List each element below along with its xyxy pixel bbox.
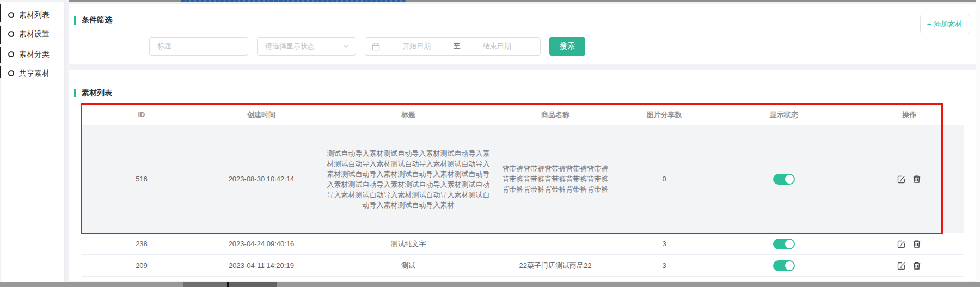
sidebar-item-label: 共享素材 (19, 69, 50, 78)
start-date-placeholder[interactable]: 开始日期 (380, 41, 454, 51)
scrollbar-segment (229, 282, 277, 287)
trash-icon[interactable] (912, 261, 921, 270)
title-input-placeholder: 标题 (157, 41, 171, 51)
col-header-id: ID (82, 108, 201, 121)
cell-id: 238 (82, 237, 201, 250)
sidebar-item-label: 素材列表 (19, 10, 50, 20)
list-section-title: 素材列表 (82, 88, 112, 98)
sidebar-item-shared-material[interactable]: 共享素材 (1, 64, 64, 83)
add-material-button[interactable]: + 添加素材 (920, 15, 969, 33)
cell-shares: 0 (615, 173, 713, 185)
sidebar-item-label: 素材分类 (19, 50, 50, 59)
filter-card: 条件筛选 标题 请选择显示状态 开始日期 至 结束日期 搜索 (69, 4, 976, 64)
clipped-link-bar (181, 0, 406, 2)
col-header-product: 商品名称 (495, 108, 615, 122)
table-row: 209 2023-04-11 14:20:19 测试 22栗子门店测试商品22 … (82, 255, 964, 277)
display-status-toggle[interactable] (773, 239, 795, 249)
cell-title: 测试纯文字 (321, 237, 495, 251)
cell-created: 2023-08-30 10:42:14 (201, 173, 321, 185)
scrollbar-segment (183, 282, 228, 287)
title-filter-input[interactable]: 标题 (149, 37, 248, 56)
date-separator: 至 (454, 41, 461, 51)
trash-icon[interactable] (912, 240, 921, 248)
col-header-shares: 图片分享数 (615, 108, 713, 122)
calendar-icon (372, 42, 380, 51)
display-status-toggle[interactable] (773, 174, 795, 185)
display-status-toggle[interactable] (773, 260, 795, 271)
table-header-row: ID 创建时间 标题 商品名称 图片分享数 显示状态 操作 (82, 105, 964, 125)
circle-icon (8, 12, 14, 18)
col-header-actions: 操作 (855, 108, 964, 122)
sidebar-item-label: 素材设置 (19, 29, 50, 39)
circle-icon (8, 31, 14, 37)
cell-id: 209 (82, 259, 201, 272)
table-row: 238 2023-04-24 09:40:16 测试纯文字 3 (82, 233, 964, 255)
filter-section-title: 条件筛选 (82, 15, 112, 25)
plus-icon: + (927, 20, 932, 28)
vertical-scrollbar[interactable] (976, 0, 980, 283)
add-material-label: 添加素材 (934, 19, 962, 29)
circle-icon (8, 51, 14, 57)
cell-shares: 3 (615, 259, 713, 272)
status-select-placeholder: 请选择显示状态 (265, 41, 315, 51)
sidebar-item-material-settings[interactable]: 素材设置 (1, 25, 64, 44)
chevron-down-icon (343, 45, 349, 48)
cell-product (495, 242, 615, 246)
col-header-created: 创建时间 (201, 108, 321, 122)
cell-title: 测试自动导入素材测试自动导入素材测试自动导入素材测试自动导入素材测试自动导入素材… (321, 146, 495, 212)
search-button[interactable]: 搜索 (549, 37, 585, 56)
cell-title: 测试 (321, 259, 495, 273)
sidebar: 素材列表 素材设置 素材分类 共享素材 (1, 2, 64, 282)
material-list-card: 素材列表 ID 创建时间 标题 商品名称 图片分享数 显示状态 操作 516 2… (69, 70, 976, 281)
horizontal-scrollbar[interactable] (0, 282, 980, 287)
sidebar-item-material-list[interactable]: 素材列表 (1, 5, 64, 25)
clipped-top-strip (69, 0, 976, 2)
cell-shares: 3 (615, 237, 713, 250)
edit-icon[interactable] (897, 240, 906, 248)
col-header-title: 标题 (321, 108, 495, 122)
display-status-select[interactable]: 请选择显示状态 (257, 37, 356, 56)
cell-product: 背带裤背带裤背带裤背带裤背带裤背带裤背带裤背带裤背带裤背带裤背带裤背带裤背带裤背… (495, 161, 615, 197)
section-accent-bar (74, 89, 76, 97)
cell-created: 2023-04-24 09:40:16 (201, 237, 321, 250)
sidebar-item-material-category[interactable]: 素材分类 (1, 45, 64, 64)
circle-icon (8, 70, 14, 76)
col-header-status: 显示状态 (713, 108, 855, 122)
date-range-picker[interactable]: 开始日期 至 结束日期 (365, 37, 541, 56)
cell-id: 516 (82, 173, 201, 185)
edit-icon[interactable] (897, 175, 906, 184)
end-date-placeholder[interactable]: 结束日期 (461, 41, 534, 51)
material-table: ID 创建时间 标题 商品名称 图片分享数 显示状态 操作 516 2023-0… (82, 105, 964, 277)
table-row: 516 2023-08-30 10:42:14 测试自动导入素材测试自动导入素材… (82, 125, 964, 233)
cell-created: 2023-04-11 14:20:19 (201, 259, 321, 272)
trash-icon[interactable] (912, 175, 921, 184)
edit-icon[interactable] (897, 261, 906, 270)
cell-product: 22栗子门店测试商品22 (495, 259, 615, 273)
section-accent-bar (74, 16, 76, 25)
